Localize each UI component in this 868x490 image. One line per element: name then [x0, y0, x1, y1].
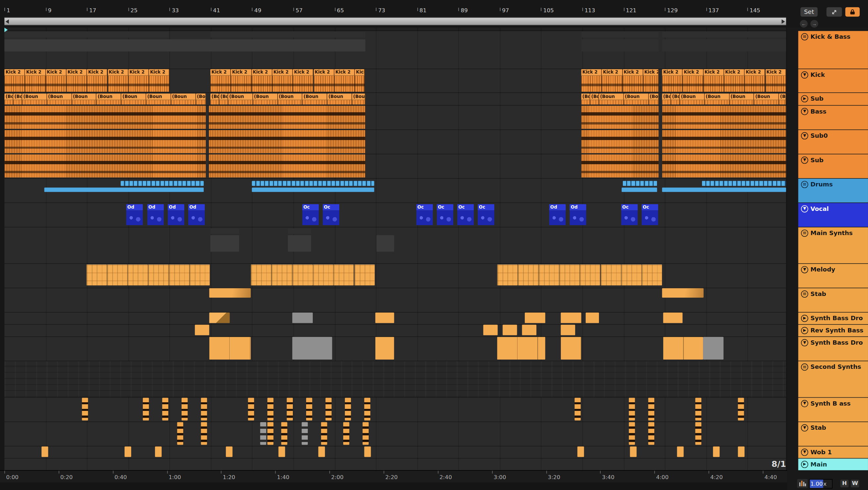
- clip-sub-bounce[interactable]: (Boun: [121, 93, 146, 104]
- clip-melody[interactable]: [127, 265, 148, 285]
- clip-vocal[interactable]: Od: [147, 204, 164, 225]
- down-icon[interactable]: ▼: [801, 424, 808, 432]
- clip-sub-bounce[interactable]: (Bou: [352, 93, 365, 104]
- down-icon[interactable]: ▼: [801, 266, 808, 273]
- forward-arrow-button[interactable]: →: [810, 20, 818, 28]
- horizontal-scrollbar[interactable]: [4, 17, 786, 26]
- track-header-main-synths[interactable]: ≡Main Synths: [798, 227, 868, 264]
- clip-drums[interactable]: [252, 181, 374, 186]
- clip-sub-bounce[interactable]: (Bou: [196, 93, 206, 104]
- clip-kick[interactable]: Kick 2: [149, 69, 169, 92]
- clip-sub-bounce[interactable]: (Bo: [13, 93, 22, 104]
- clip-synth-bass-drop-1[interactable]: [663, 313, 682, 323]
- clip-synth-bass-seq[interactable]: [306, 398, 312, 421]
- clip-kick[interactable]: Kick 2: [581, 69, 602, 92]
- clip-synth-bass-drop-2[interactable]: [209, 337, 251, 360]
- clip-vocal[interactable]: Oc: [416, 204, 433, 225]
- play-icon[interactable]: ▶: [801, 327, 808, 334]
- clip-vocal[interactable]: Od: [126, 204, 143, 225]
- clip-stab-seq[interactable]: [267, 422, 273, 445]
- track-header-melody[interactable]: ▼Melody: [798, 264, 868, 288]
- clip-synth-bass-seq[interactable]: [345, 398, 351, 421]
- clip-melody[interactable]: [107, 265, 127, 285]
- audio-meter-button[interactable]: [797, 479, 808, 488]
- clip-synth-bass-seq[interactable]: [575, 398, 581, 421]
- clip-vocal[interactable]: Oc: [621, 204, 638, 225]
- clip-stab-a[interactable]: [209, 288, 251, 298]
- clip-main-synths-overview[interactable]: [288, 228, 311, 234]
- clip-stab-seq[interactable]: [343, 422, 349, 445]
- clip-synth-bass-drop-1[interactable]: [209, 313, 230, 323]
- clip-kick-bass-overview-b[interactable]: [581, 39, 659, 52]
- clip-rev-synth-bass[interactable]: [195, 325, 209, 335]
- clip-kick-bass-overview-b[interactable]: [4, 39, 365, 52]
- track-header-kick[interactable]: ▼Kick: [798, 69, 868, 92]
- clip-drums[interactable]: [121, 181, 204, 186]
- clip-kick[interactable]: Kick 2: [662, 69, 682, 92]
- clip-melody[interactable]: [333, 265, 354, 285]
- clip-sub[interactable]: [4, 154, 206, 177]
- clip-wob[interactable]: [226, 446, 232, 457]
- clip-sub-bounce[interactable]: (Bo: [210, 93, 219, 104]
- clip-sub-bounce[interactable]: (Boun: [146, 93, 171, 104]
- clip-vocal[interactable]: Oc: [642, 204, 658, 225]
- track-header-synth-bass-dro[interactable]: ▼Synth Bass Dro: [798, 337, 868, 361]
- clip-kick[interactable]: Kick 2: [724, 69, 744, 92]
- clip-melody[interactable]: [497, 265, 518, 285]
- clip-kick[interactable]: Kick 2: [87, 69, 108, 92]
- loop-length-display[interactable]: 8/1: [753, 459, 786, 469]
- play-icon[interactable]: ▶: [801, 315, 808, 322]
- clip-rev-synth-bass[interactable]: [503, 325, 517, 335]
- clip-kick[interactable]: Kick 2: [355, 69, 365, 92]
- clip-stab-seq[interactable]: [648, 422, 654, 445]
- scroll-right-arrow-icon[interactable]: [781, 19, 785, 24]
- clip-sub0[interactable]: [209, 130, 365, 153]
- clip-synth-bass-drop-2[interactable]: [497, 337, 545, 360]
- clip-kick[interactable]: Kick 2: [334, 69, 355, 92]
- play-icon[interactable]: ▶: [801, 461, 808, 468]
- track-header-kick-bass[interactable]: ≡Kick & Bass: [798, 31, 868, 69]
- clip-bass[interactable]: [4, 106, 206, 129]
- clip-sub-bounce[interactable]: (Bo: [581, 93, 590, 104]
- clip-sub-bounce[interactable]: (Bo: [662, 93, 671, 104]
- clip-stab-seq[interactable]: [321, 422, 327, 445]
- clip-sub-bounce[interactable]: (Boun: [278, 93, 303, 104]
- clip-synth-bass-drop-2[interactable]: [375, 337, 394, 360]
- clip-kick-bass-overview-a[interactable]: [581, 31, 659, 37]
- clip-synth-bass-seq[interactable]: [738, 398, 744, 421]
- clip-sub-bounce[interactable]: (Boun: [171, 93, 196, 104]
- clip-melody[interactable]: [621, 265, 641, 285]
- clip-sub-bounce[interactable]: (Boun: [228, 93, 253, 104]
- clip-melody[interactable]: [292, 265, 313, 285]
- scroll-left-arrow-icon[interactable]: [6, 19, 9, 24]
- clip-wob[interactable]: [630, 446, 637, 457]
- clip-sub-bounce[interactable]: (Boun: [680, 93, 705, 104]
- clip-sub-bounce[interactable]: (B: [779, 93, 786, 104]
- clip-rev-synth-bass[interactable]: [483, 325, 498, 335]
- clip-sub-bounce[interactable]: (Boun: [22, 93, 47, 104]
- track-header-vocal[interactable]: ▼Vocal: [798, 203, 868, 227]
- set-button[interactable]: Set: [800, 7, 818, 17]
- clip-sub-bounce[interactable]: (Boun: [705, 93, 730, 104]
- clip-sub-bounce[interactable]: (Bo: [219, 93, 228, 104]
- clip-kick[interactable]: Kick 2: [252, 69, 272, 92]
- clip-kick[interactable]: Kick 2: [745, 69, 765, 92]
- clip-sub-bounce[interactable]: (Bo: [590, 93, 599, 104]
- clip-kick[interactable]: Kick 2: [25, 69, 46, 92]
- clip-kick[interactable]: Kick 2: [4, 69, 25, 92]
- track-header-bass[interactable]: ▼Bass: [798, 106, 868, 129]
- clip-bass[interactable]: [209, 106, 365, 129]
- clip-sub0[interactable]: [662, 130, 786, 153]
- clip-stab-seq[interactable]: [302, 422, 308, 445]
- clip-stab-seq[interactable]: [260, 422, 266, 445]
- clip-sub-bounce[interactable]: (Boun: [624, 93, 649, 104]
- clip-sub-bounce[interactable]: (Bou: [649, 93, 659, 104]
- clip-melody[interactable]: [189, 265, 210, 285]
- clip-synth-bass-drop-1[interactable]: [292, 313, 313, 323]
- clip-melody[interactable]: [313, 265, 333, 285]
- clip-main-synths-overview[interactable]: [210, 235, 239, 252]
- clip-synth-bass-drop-1[interactable]: [561, 313, 582, 323]
- clip-stab-seq[interactable]: [201, 422, 207, 445]
- zoom-level-field[interactable]: 1.00 x: [809, 479, 833, 488]
- clip-stab-seq[interactable]: [695, 422, 701, 445]
